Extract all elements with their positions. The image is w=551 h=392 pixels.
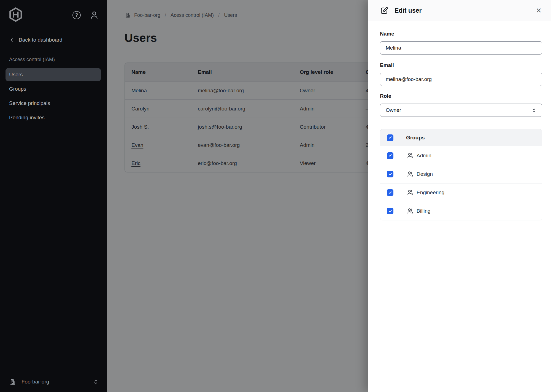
- edit-pencil-icon: [380, 6, 388, 15]
- users-group-icon: [407, 152, 414, 159]
- user-menu-button[interactable]: [90, 10, 99, 20]
- sidebar-nav: Users Groups Service principals Pending …: [6, 68, 101, 125]
- org-building-icon: [9, 379, 16, 385]
- drawer-title: Edit user: [395, 7, 422, 14]
- role-select-value: Owner: [386, 107, 401, 113]
- groups-panel-header: Groups: [380, 129, 542, 146]
- back-to-dashboard-label: Back to dashboard: [19, 37, 62, 43]
- user-icon: [90, 10, 99, 20]
- group-label: Billing: [417, 208, 431, 214]
- sidebar-item-groups[interactable]: Groups: [6, 82, 101, 96]
- modal-overlay[interactable]: [107, 0, 368, 392]
- hashicorp-logo: [8, 7, 23, 22]
- email-field-label: Email: [380, 62, 394, 68]
- group-label: Admin: [417, 153, 431, 159]
- sidebar-item-users[interactable]: Users: [6, 68, 101, 81]
- role-select[interactable]: Owner: [380, 104, 542, 117]
- help-button[interactable]: ?: [72, 11, 81, 19]
- group-label: Engineering: [417, 190, 444, 196]
- app-root: ? Back to dashboard Access control (IAM)…: [0, 0, 551, 392]
- check-icon: [388, 172, 392, 176]
- sidebar-item-service-principals[interactable]: Service principals: [6, 97, 101, 110]
- role-field-label: Role: [380, 93, 391, 99]
- org-switcher-label: Foo-bar-org: [21, 379, 49, 385]
- users-group-icon: [407, 171, 414, 178]
- group-row-design[interactable]: Design: [380, 165, 542, 183]
- name-field[interactable]: [380, 41, 542, 55]
- groups-panel: Groups Admin: [380, 129, 542, 220]
- groups-select-all-checkbox[interactable]: [387, 134, 393, 141]
- users-group-icon: [407, 189, 414, 196]
- edit-user-drawer: Edit user ✕ Name Email Role Owner Groups: [368, 0, 551, 392]
- group-checkbox[interactable]: [387, 208, 393, 214]
- email-field[interactable]: [380, 73, 542, 86]
- sidebar: ? Back to dashboard Access control (IAM)…: [0, 0, 107, 392]
- group-label: Design: [417, 171, 433, 177]
- group-checkbox[interactable]: [387, 189, 393, 196]
- caret-updown-icon: [93, 379, 99, 385]
- chevron-updown-icon: [531, 107, 537, 113]
- users-group-icon: [407, 207, 414, 215]
- org-switcher[interactable]: Foo-bar-org: [0, 375, 107, 388]
- chevron-left-icon: [9, 37, 14, 43]
- sidebar-top-icons: ?: [72, 10, 99, 20]
- group-checkbox[interactable]: [387, 152, 393, 159]
- group-row-admin[interactable]: Admin: [380, 146, 542, 165]
- check-icon: [388, 153, 392, 158]
- sidebar-top: ?: [8, 7, 99, 22]
- help-icon: ?: [72, 11, 81, 19]
- group-row-billing[interactable]: Billing: [380, 202, 542, 220]
- drawer-header: Edit user ✕: [368, 0, 551, 21]
- sidebar-section-label: Access control (IAM): [9, 57, 55, 63]
- groups-panel-title: Groups: [406, 135, 425, 141]
- back-to-dashboard-link[interactable]: Back to dashboard: [9, 37, 62, 43]
- close-icon[interactable]: ✕: [536, 7, 542, 14]
- sidebar-item-pending-invites[interactable]: Pending invites: [6, 111, 101, 124]
- group-checkbox[interactable]: [387, 171, 393, 177]
- group-row-engineering[interactable]: Engineering: [380, 183, 542, 202]
- check-icon: [388, 136, 392, 140]
- check-icon: [388, 191, 392, 195]
- name-field-label: Name: [380, 31, 394, 37]
- check-icon: [388, 209, 392, 213]
